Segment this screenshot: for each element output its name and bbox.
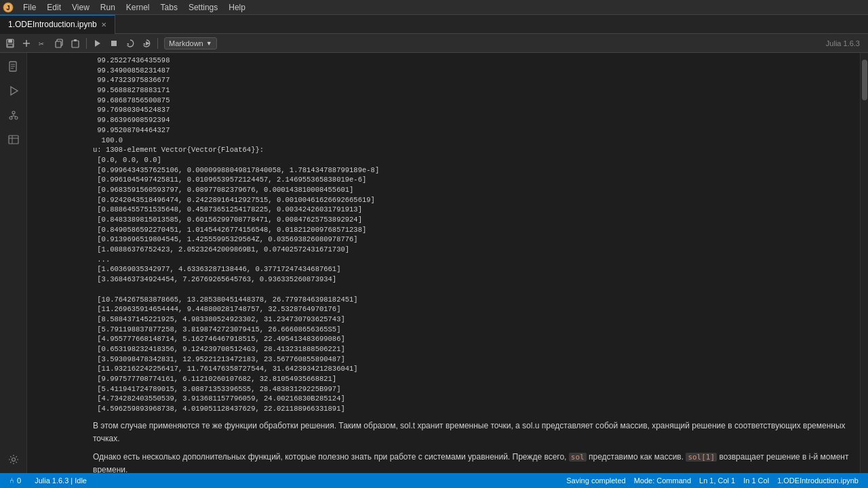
saving-label: Saving completed [566,476,625,485]
svg-marker-12 [95,40,100,47]
mode-label: Mode: Command [634,476,691,485]
branch-label: 0 [17,476,21,485]
col-info-label: In 1 Col [743,476,769,485]
svg-text:✂: ✂ [39,39,44,48]
restart-button[interactable] [123,36,138,51]
toolbar-separator-2 [157,38,158,49]
cell-content-md1: В этом случае применяются те же функции … [90,418,860,447]
tab-ode-intro[interactable]: 1.ODEIntroduction.ipynb ✕ [0,15,115,34]
cursor-pos-label: Ln 1, Col 1 [699,476,735,485]
menu-kernel[interactable]: Kernel [121,1,155,14]
menu-file[interactable]: File [18,1,41,14]
status-mode: Mode: Command [630,473,695,488]
svg-point-22 [12,111,15,114]
save-button[interactable] [3,36,18,51]
menu-help[interactable]: Help [223,1,251,14]
svg-rect-10 [72,41,79,47]
app-icon: J [3,2,14,13]
svg-rect-4 [7,44,13,47]
cell-content-md2: Однако есть несколько дополнительных фун… [90,449,860,473]
tab-label: 1.ODEIntroduction.ipynb [8,20,97,29]
add-cell-above-button[interactable] [19,36,34,51]
toolbar-separator-1 [86,38,87,49]
svg-rect-3 [8,39,12,43]
julia-version-label: Julia 1.6.3 [826,39,860,47]
menu-run[interactable]: Run [95,1,121,14]
svg-rect-11 [74,39,77,41]
status-branch[interactable]: ⑃ 0 [5,473,25,488]
dropdown-arrow-icon: ▼ [206,40,212,47]
cell-markdown-1: В этом случае применяются те же функции … [27,417,860,448]
restart-run-button[interactable] [139,36,154,51]
right-scrollbar[interactable] [860,53,868,473]
status-julia[interactable]: Julia 1.6.3 | Idle [31,473,91,488]
cut-button[interactable]: ✂ [35,36,50,51]
cell-prompt-out1 [29,54,90,415]
tab-bar: 1.ODEIntroduction.ipynb ✕ [0,15,868,34]
svg-point-23 [9,117,12,119]
menu-edit[interactable]: Edit [41,1,66,14]
cell-type-label: Markdown [169,39,203,47]
paste-button[interactable] [68,36,83,51]
status-saving: Saving completed [562,473,629,488]
status-col-info: In 1 Col [739,473,773,488]
svg-point-31 [12,458,15,462]
status-filename: 1.ODEIntroduction.ipynb [773,473,863,488]
toolbar: ✂ Markdown ▼ Julia 1.6.3 [0,34,868,53]
copy-button[interactable] [52,36,66,51]
svg-rect-9 [56,41,61,47]
menu-bar: J File Edit View Run Kernel Tabs Setting… [0,0,868,15]
menu-view[interactable]: View [66,1,95,14]
sidebar-git-icon[interactable] [3,104,24,126]
svg-rect-13 [111,41,117,46]
cell-prompt-md1 [29,418,90,447]
scrollbar-thumb[interactable] [862,60,867,100]
svg-line-27 [14,116,16,117]
run-button[interactable] [90,36,105,51]
cell-content-out1: 99.25227436435598 99.34900858231487 99.4… [90,54,860,415]
cell-type-dropdown[interactable]: Markdown ▼ [164,37,217,49]
sidebar-settings-icon[interactable] [3,449,24,470]
interrupt-button[interactable] [106,36,121,51]
status-bar: ⑃ 0 Julia 1.6.3 | Idle Saving completed … [0,473,868,488]
tab-close-icon[interactable]: ✕ [101,21,106,28]
svg-point-24 [15,117,18,119]
main-layout: 99.25227436435598 99.34900858231487 99.4… [0,53,868,473]
julia-status-label: Julia 1.6.3 | Idle [35,476,87,485]
sidebar-files-icon[interactable] [3,56,24,77]
sidebar-run-icon[interactable] [3,80,24,102]
menu-settings[interactable]: Settings [183,1,223,14]
status-right-group: Saving completed Mode: Command Ln 1, Col… [562,473,863,488]
sidebar-table-icon[interactable] [3,129,24,150]
svg-rect-28 [9,136,18,144]
cell-markdown-2: Однако есть несколько дополнительных фун… [27,448,860,473]
cell-output-1: 99.25227436435598 99.34900858231487 99.4… [27,53,860,417]
svg-text:J: J [6,5,10,12]
status-cursor-pos: Ln 1, Col 1 [695,473,739,488]
sidebar [0,53,27,473]
branch-icon: ⑃ [9,476,14,485]
cell-prompt-md2 [29,449,90,473]
svg-line-26 [11,116,14,117]
filename-label: 1.ODEIntroduction.ipynb [777,476,859,485]
notebook-area[interactable]: 99.25227436435598 99.34900858231487 99.4… [27,53,860,473]
menu-tabs[interactable]: Tabs [155,1,183,14]
svg-marker-21 [11,87,18,95]
